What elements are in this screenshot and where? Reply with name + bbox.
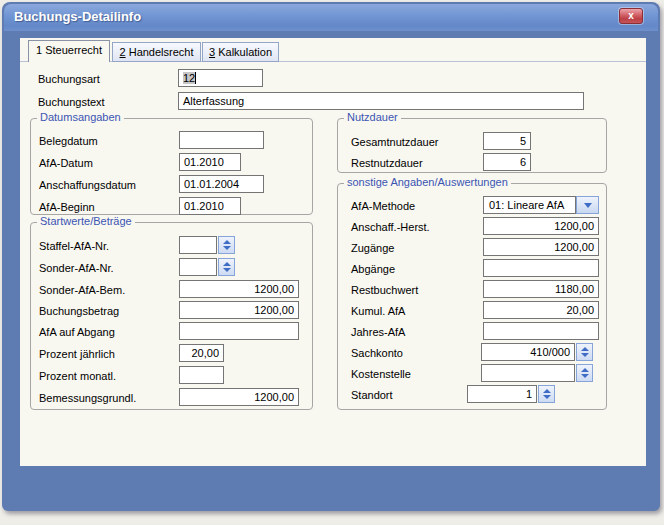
sonder-afa-bem-input[interactable]: 1200,00 [179, 280, 299, 298]
close-button[interactable]: x [619, 8, 643, 24]
title-bar[interactable]: Buchungs-Detailinfo x [4, 4, 658, 31]
sachkonto-spinner[interactable] [576, 343, 593, 361]
buchungsbetrag-label: Buchungsbetrag [39, 302, 119, 320]
bemessungsgrundl-input[interactable]: 1200,00 [179, 388, 299, 406]
group-startwerte: Startwerte/Beträge Staffel-AfA-Nr. Sonde… [30, 222, 313, 410]
selected-text: 12 [183, 72, 195, 84]
dialog-window: Buchungs-Detailinfo x 1 Steuerrecht 2 Ha… [2, 2, 660, 511]
prozent-jaehrlich-label: Prozent jährlich [39, 345, 115, 363]
staffel-afa-nr-input[interactable] [179, 236, 217, 254]
afa-datum-label: AfA-Datum [39, 154, 93, 172]
kostenstelle-input[interactable] [481, 364, 575, 382]
sonder-afa-nr-spinner[interactable] [218, 258, 235, 276]
buchungsart-label: Buchungsart [38, 70, 100, 88]
anschaff-herst-label: Anschaff.-Herst. [351, 218, 430, 236]
belegdatum-input[interactable] [179, 131, 264, 149]
buchungsbetrag-input[interactable]: 1200,00 [179, 301, 299, 319]
group-title: sonstige Angaben/Auswertungen [344, 176, 511, 188]
spinner-down-icon [223, 268, 231, 272]
window-title: Buchungs-Detailinfo [14, 9, 141, 24]
bemessungsgrundl-label: Bemessungsgrundl. [39, 389, 136, 407]
afa-auf-abgang-label: AfA auf Abgang [39, 323, 115, 341]
group-nutzdauer: Nutzdauer Gesamtnutzdauer 5 Restnutzdaue… [337, 118, 607, 173]
group-title: Datumsangaben [37, 111, 124, 123]
spinner-up-icon [581, 368, 589, 372]
restbuchwert-label: Restbuchwert [351, 281, 418, 299]
tab-label: Kalkulation [215, 46, 272, 58]
chevron-down-icon [584, 203, 592, 208]
anschaffungsdatum-input[interactable]: 01.01.2004 [179, 175, 264, 193]
kostenstelle-label: Kostenstelle [351, 365, 411, 383]
afa-datum-input[interactable]: 01.2010 [179, 153, 241, 171]
belegdatum-label: Belegdatum [39, 132, 98, 150]
close-icon: x [628, 10, 634, 21]
group-title: Nutzdauer [344, 111, 401, 123]
jahres-afa-input[interactable] [483, 322, 599, 340]
jahres-afa-label: Jahres-AfA [351, 323, 405, 341]
restbuchwert-input[interactable]: 1180,00 [483, 280, 599, 298]
tab-label: Handelsrecht [126, 46, 194, 58]
standort-spinner[interactable] [538, 385, 555, 403]
staffel-afa-nr-label: Staffel-AfA-Nr. [39, 237, 109, 255]
dialog-client-area: 1 Steuerrecht 2 Handelsrecht 3 Kalkulati… [20, 38, 646, 466]
afa-methode-label: AfA-Methode [351, 197, 415, 215]
prozent-monatl-input[interactable] [179, 366, 224, 384]
buchungsart-input[interactable]: 12 [178, 69, 263, 87]
afa-beginn-label: AfA-Beginn [39, 198, 95, 216]
standort-input[interactable]: 1 [467, 385, 537, 403]
spinner-down-icon [543, 395, 551, 399]
buchungstext-label: Buchungstext [38, 93, 105, 111]
text-caret [195, 72, 196, 84]
afa-methode-dropdown[interactable]: 01: Lineare AfA [483, 196, 599, 214]
tab-label: 1 Steuerrecht [36, 44, 102, 56]
sachkonto-input[interactable]: 410/000 [481, 343, 575, 361]
afa-auf-abgang-input[interactable] [179, 322, 299, 340]
dropdown-button[interactable] [576, 196, 599, 214]
anschaffungsdatum-label: Anschaffungsdatum [39, 176, 136, 194]
spinner-up-icon [223, 240, 231, 244]
group-datumsangaben: Datumsangaben Belegdatum AfA-Datum 01.20… [30, 118, 313, 215]
tab-steuerrecht[interactable]: 1 Steuerrecht [28, 40, 110, 62]
restnutzdauer-label: Restnutzdauer [351, 154, 423, 172]
spinner-down-icon [223, 246, 231, 250]
sonder-afa-nr-label: Sonder-AfA-Nr. [39, 259, 114, 277]
abgaenge-input[interactable] [483, 259, 599, 277]
standort-label: Standort [351, 386, 393, 404]
sachkonto-label: Sachkonto [351, 344, 403, 362]
kumul-afa-input[interactable]: 20,00 [483, 301, 599, 319]
group-title: Startwerte/Beträge [37, 215, 135, 227]
spinner-up-icon [223, 262, 231, 266]
zugaenge-input[interactable]: 1200,00 [483, 238, 599, 256]
sonder-afa-bem-label: Sonder-AfA-Bem. [39, 281, 125, 299]
spinner-up-icon [543, 389, 551, 393]
anschaff-herst-input[interactable]: 1200,00 [483, 217, 599, 235]
abgaenge-label: Abgänge [351, 260, 395, 278]
spinner-up-icon [581, 347, 589, 351]
dropdown-value: 01: Lineare AfA [483, 196, 576, 214]
zugaenge-label: Zugänge [351, 239, 394, 257]
tab-kalkulation[interactable]: 3 Kalkulation [202, 42, 279, 62]
kostenstelle-spinner[interactable] [576, 364, 593, 382]
prozent-jaehrlich-input[interactable]: 20,00 [179, 344, 224, 362]
afa-beginn-input[interactable]: 01.2010 [179, 197, 241, 215]
group-sonstige: sonstige Angaben/Auswertungen AfA-Method… [337, 183, 607, 410]
kumul-afa-label: Kumul. AfA [351, 302, 405, 320]
prozent-monatl-label: Prozent monatl. [39, 367, 116, 385]
buchungstext-input[interactable]: Alterfassung [178, 92, 584, 110]
restnutzdauer-input[interactable]: 6 [483, 153, 531, 171]
sonder-afa-nr-input[interactable] [179, 258, 217, 276]
staffel-afa-nr-spinner[interactable] [218, 236, 235, 254]
gesamtnutzdauer-label: Gesamtnutzdauer [351, 133, 438, 151]
gesamtnutzdauer-input[interactable]: 5 [483, 132, 531, 150]
spinner-down-icon [581, 353, 589, 357]
tab-handelsrecht[interactable]: 2 Handelsrecht [112, 42, 201, 62]
spinner-down-icon [581, 374, 589, 378]
